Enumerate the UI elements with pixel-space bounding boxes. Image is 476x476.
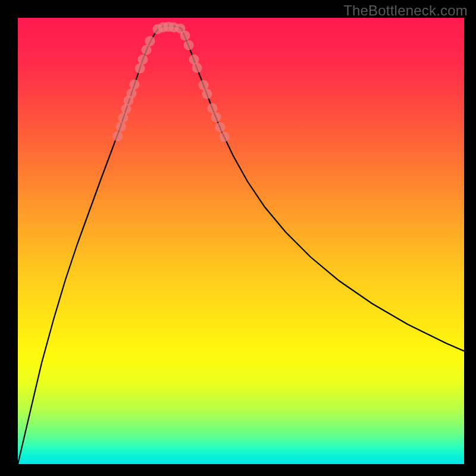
bead-left (113, 131, 123, 142)
bead-right (202, 89, 212, 99)
bead-left (118, 113, 129, 123)
bead-left (145, 36, 155, 46)
chart-frame: TheBottleneck.com (0, 0, 476, 476)
bead-left (138, 55, 148, 65)
data-beads (113, 22, 230, 142)
bead-left (130, 80, 140, 90)
bead-right (199, 80, 209, 90)
bead-right (220, 132, 230, 142)
bead-left (116, 122, 126, 132)
curve-left-branch (18, 29, 158, 464)
bead-left (127, 89, 137, 99)
bead-left (142, 45, 152, 55)
curve-layer (18, 18, 464, 464)
bead-right (211, 112, 221, 123)
plot-area (18, 18, 464, 464)
bead-right (180, 31, 190, 41)
bead-right (184, 40, 194, 51)
bead-right (192, 63, 202, 73)
curve-right-branch (181, 29, 464, 351)
bead-left (135, 64, 145, 74)
watermark-label: TheBottleneck.com (343, 2, 468, 19)
bead-right (208, 104, 218, 114)
bead-right (215, 123, 226, 133)
